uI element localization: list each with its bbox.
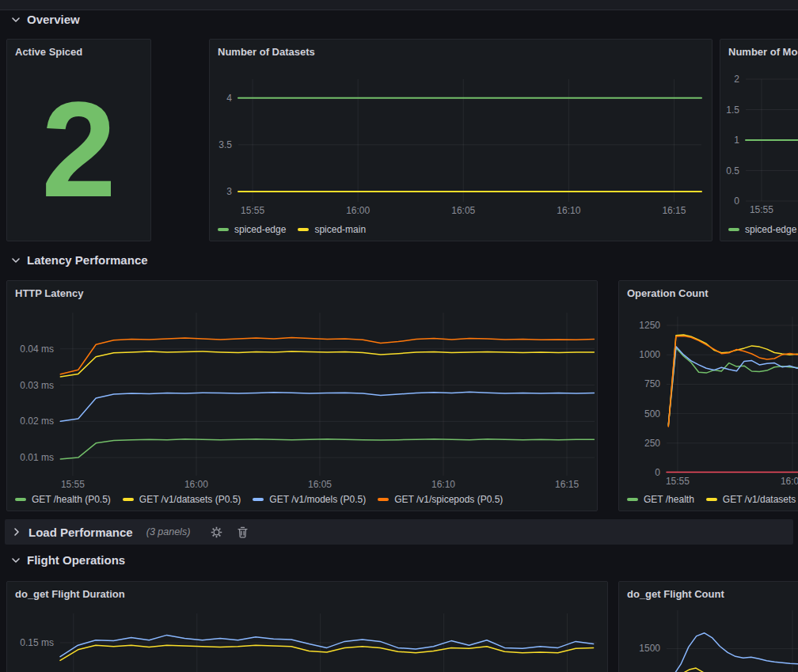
panel-title: HTTP Latency bbox=[15, 287, 83, 299]
chevron-right-icon bbox=[11, 526, 22, 537]
operation-count-chart[interactable]: 15:5516:00025050075010001250 bbox=[619, 281, 798, 511]
svg-text:16:10: 16:10 bbox=[431, 479, 455, 490]
chevron-down-icon bbox=[10, 555, 21, 566]
legend-color-dash bbox=[218, 228, 229, 231]
svg-text:0.04 ms: 0.04 ms bbox=[20, 344, 54, 355]
section-title: Latency Performance bbox=[27, 253, 148, 267]
section-header-overview[interactable]: Overview bbox=[10, 13, 80, 26]
chart-legend: spiced-edgespiced-main bbox=[218, 224, 366, 235]
series-line bbox=[668, 335, 798, 426]
svg-text:0.5: 0.5 bbox=[726, 165, 739, 177]
series-line bbox=[60, 351, 594, 377]
legend-color-dash bbox=[123, 498, 134, 501]
legend-color-dash bbox=[627, 498, 638, 501]
section-row-load-performance[interactable]: Load Performance (3 panels) bbox=[5, 519, 793, 545]
panel-do-get-flight-count: do_get Flight Count 15:5516:001500 bbox=[618, 581, 798, 672]
svg-text:1.5: 1.5 bbox=[726, 104, 739, 116]
panel-number-of-datasets: Number of Datasets 15:5516:0016:0516:101… bbox=[209, 39, 712, 241]
section-header-flight-operations[interactable]: Flight Operations bbox=[10, 553, 125, 567]
svg-text:3.5: 3.5 bbox=[218, 139, 232, 150]
legend-color-dash bbox=[706, 498, 717, 501]
legend-color-dash bbox=[728, 228, 739, 231]
legend-color-dash bbox=[15, 498, 26, 501]
section-title: Overview bbox=[27, 13, 80, 26]
svg-text:15:55: 15:55 bbox=[750, 204, 773, 215]
legend-item[interactable]: spiced-edge bbox=[218, 224, 286, 235]
svg-text:0.03 ms: 0.03 ms bbox=[20, 380, 54, 391]
panel-do-get-flight-duration: do_get Flight Duration 15:5516:0016:0516… bbox=[6, 581, 608, 672]
svg-text:16:00: 16:00 bbox=[184, 479, 208, 490]
series-line bbox=[60, 392, 594, 421]
legend-label: spiced-edge bbox=[745, 224, 796, 235]
svg-text:16:00: 16:00 bbox=[346, 205, 370, 216]
series-line bbox=[673, 633, 798, 672]
section-title: Flight Operations bbox=[27, 553, 125, 567]
panel-number-of-models: Number of Models 15:5516:0000.511.52 spi… bbox=[720, 39, 798, 241]
svg-text:4: 4 bbox=[226, 93, 232, 104]
svg-text:0: 0 bbox=[655, 467, 660, 478]
svg-text:15:55: 15:55 bbox=[241, 205, 264, 216]
gear-icon bbox=[211, 526, 222, 538]
series-line bbox=[675, 668, 798, 672]
panel-title: Number of Models bbox=[728, 46, 798, 58]
legend-item[interactable]: GET /health (P0.5) bbox=[15, 494, 111, 505]
svg-text:0.01 ms: 0.01 ms bbox=[20, 452, 54, 463]
svg-text:1000: 1000 bbox=[639, 349, 660, 360]
legend-label: GET /v1/datasets bbox=[723, 494, 796, 505]
section-title: Load Performance bbox=[28, 526, 133, 539]
legend-label: GET /health (P0.5) bbox=[32, 494, 111, 505]
legend-item[interactable]: GET /v1/models (P0.5) bbox=[253, 494, 366, 505]
svg-text:250: 250 bbox=[644, 438, 660, 449]
grafana-dashboard: Overview Active Spiced 2 Number of Datas… bbox=[0, 0, 798, 672]
svg-text:16:10: 16:10 bbox=[557, 205, 580, 216]
legend-label: GET /v1/models (P0.5) bbox=[269, 494, 366, 505]
panel-title: Number of Datasets bbox=[218, 46, 315, 58]
stat-value: 2 bbox=[41, 82, 116, 217]
legend-item[interactable]: GET /v1/datasets (P0.5) bbox=[123, 494, 241, 505]
top-toolbar-edge bbox=[0, 0, 798, 10]
http-latency-chart[interactable]: 15:5516:0016:0516:1016:150.01 ms0.02 ms0… bbox=[7, 281, 597, 511]
series-line bbox=[60, 439, 594, 459]
panel-title: do_get Flight Duration bbox=[15, 588, 125, 600]
svg-text:1: 1 bbox=[734, 135, 739, 146]
section-header-latency-performance[interactable]: Latency Performance bbox=[10, 253, 148, 267]
stat-container: 2 bbox=[7, 40, 150, 241]
svg-text:1500: 1500 bbox=[639, 643, 660, 654]
series-line bbox=[668, 336, 798, 427]
legend-label: GET /v1/spicepods (P0.5) bbox=[394, 494, 503, 505]
svg-text:3: 3 bbox=[226, 186, 232, 197]
row-settings-button[interactable] bbox=[211, 526, 222, 538]
svg-text:16:05: 16:05 bbox=[451, 205, 475, 216]
panel-operation-count: Operation Count 15:5516:0002505007501000… bbox=[618, 280, 798, 511]
series-line bbox=[668, 347, 798, 424]
trash-icon bbox=[238, 526, 248, 538]
legend-item[interactable]: GET /v1/spicepods (P0.5) bbox=[378, 494, 503, 505]
panel-title: Active Spiced bbox=[15, 46, 82, 58]
legend-label: GET /health bbox=[644, 494, 694, 505]
series-line bbox=[60, 338, 594, 374]
chevron-down-icon bbox=[10, 255, 21, 266]
chart-legend: GET /healthGET /v1/datasets bbox=[627, 494, 796, 505]
chart-legend: spiced-edge bbox=[728, 224, 796, 235]
legend-color-dash bbox=[253, 498, 264, 501]
legend-item[interactable]: spiced-edge bbox=[728, 224, 796, 235]
legend-item[interactable]: GET /v1/datasets bbox=[706, 494, 796, 505]
legend-label: GET /v1/datasets (P0.5) bbox=[139, 494, 241, 505]
legend-item[interactable]: spiced-main bbox=[298, 224, 366, 235]
svg-text:15:55: 15:55 bbox=[61, 479, 85, 490]
panel-http-latency: HTTP Latency 15:5516:0016:0516:1016:150.… bbox=[6, 280, 598, 511]
svg-text:0.02 ms: 0.02 ms bbox=[20, 416, 54, 427]
svg-text:1250: 1250 bbox=[639, 320, 660, 331]
svg-text:16:05: 16:05 bbox=[308, 479, 332, 490]
svg-text:16:15: 16:15 bbox=[555, 479, 579, 490]
legend-color-dash bbox=[298, 228, 309, 231]
row-delete-button[interactable] bbox=[238, 526, 248, 538]
number-of-models-chart[interactable]: 15:5516:0000.511.52 bbox=[720, 40, 798, 241]
legend-label: spiced-main bbox=[314, 224, 366, 235]
number-of-datasets-chart[interactable]: 15:5516:0016:0516:1016:1533.54 bbox=[210, 40, 712, 241]
svg-text:0.15 ms: 0.15 ms bbox=[20, 637, 54, 648]
legend-item[interactable]: GET /health bbox=[627, 494, 694, 505]
legend-color-dash bbox=[378, 498, 389, 501]
panel-title: Operation Count bbox=[627, 287, 709, 299]
svg-text:0: 0 bbox=[734, 196, 739, 207]
